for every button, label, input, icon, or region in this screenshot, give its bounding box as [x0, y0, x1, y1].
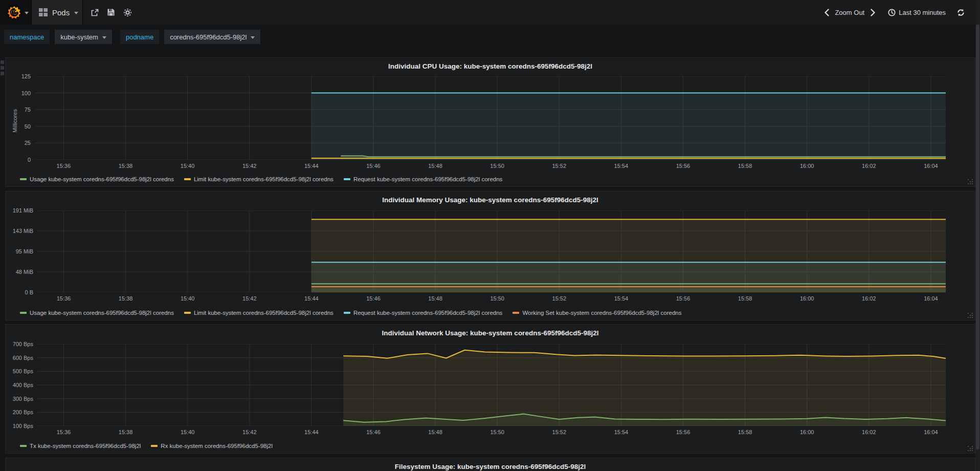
dashboard-settings-button[interactable]: [121, 0, 134, 25]
y-axis-tick: 191 MiB: [8, 207, 33, 213]
dashboard-picker[interactable]: Pods: [32, 0, 83, 25]
x-axis-tick: 15:52: [544, 163, 574, 169]
panel-resize-handle[interactable]: [968, 446, 973, 451]
refresh-icon: [957, 9, 965, 16]
legend-series-name: Usage kube-system coredns-695f96dcd5-98j…: [30, 310, 174, 316]
y-axis-tick: 200 Bps: [8, 409, 33, 415]
gear-icon: [123, 8, 132, 17]
panel-memory-usage: Individual Memory Usage: kube-system cor…: [5, 191, 975, 320]
time-range-picker[interactable]: Last 30 minutes: [888, 9, 946, 16]
podname-variable-value: coredns-695f96dcd5-98j2l: [170, 33, 247, 41]
x-axis-tick: 16:04: [916, 295, 946, 302]
legend-series-name: Tx kube-system coredns-695f96dcd5-98j2l: [30, 443, 141, 449]
time-shift-back-button[interactable]: [821, 5, 832, 20]
legend-item[interactable]: Limit kube-system coredns-695f96dcd5-98j…: [184, 310, 333, 316]
legend-series-swatch: [20, 312, 27, 314]
clock-icon: [888, 9, 896, 16]
refresh-dashboard-button[interactable]: [957, 9, 965, 16]
x-axis-tick: 15:36: [48, 295, 79, 302]
x-axis-tick: 15:52: [544, 295, 574, 302]
panel-drag-handle[interactable]: [1, 60, 5, 77]
legend-item[interactable]: Usage kube-system coredns-695f96dcd5-98j…: [20, 176, 174, 182]
x-axis-tick: 15:48: [420, 295, 451, 302]
x-axis-tick: 15:54: [606, 163, 636, 169]
panel-resize-handle[interactable]: [968, 313, 973, 318]
x-axis-tick: 15:36: [48, 163, 79, 169]
x-axis-tick: 15:40: [172, 295, 203, 302]
x-axis-tick: 15:40: [172, 429, 203, 435]
y-axis-tick: 25: [8, 140, 31, 146]
x-axis-tick: 15:38: [110, 429, 141, 435]
y-axis-tick: 143 MiB: [8, 228, 33, 234]
namespace-variable-dropdown[interactable]: kube-system: [55, 30, 112, 44]
y-axis-tick: 600 Bps: [8, 355, 33, 361]
legend-series-name: Request kube-system coredns-695f96dcd5-9…: [353, 176, 503, 182]
time-shift-forward-button[interactable]: [867, 5, 878, 20]
legend-item[interactable]: Rx kube-system coredns-695f96dcd5-98j2l: [151, 443, 273, 449]
x-axis-tick: 15:50: [482, 429, 513, 435]
panel-title[interactable]: Individual Memory Usage: kube-system cor…: [6, 196, 975, 204]
x-axis-tick: 15:44: [296, 163, 327, 169]
legend-item[interactable]: Working Set kube-system coredns-695f96dc…: [513, 310, 681, 316]
x-axis-tick: 15:50: [482, 163, 513, 169]
legend-item[interactable]: Limit kube-system coredns-695f96dcd5-98j…: [184, 176, 333, 182]
legend-series-swatch: [20, 178, 27, 180]
x-axis-tick: 15:46: [358, 429, 389, 435]
navbar-actions: [85, 0, 134, 25]
legend-item[interactable]: Request kube-system coredns-695f96dcd5-9…: [344, 176, 503, 182]
x-axis-tick: 16:00: [792, 429, 822, 435]
save-icon: [107, 8, 115, 16]
legend-item[interactable]: Tx kube-system coredns-695f96dcd5-98j2l: [20, 443, 141, 449]
x-axis-tick: 15:44: [296, 295, 327, 302]
x-axis-tick: 15:50: [482, 295, 513, 302]
share-dashboard-button[interactable]: [88, 0, 101, 25]
share-icon: [91, 8, 99, 17]
save-dashboard-button[interactable]: [104, 0, 118, 25]
grafana-logo-icon: [6, 4, 23, 21]
x-axis-tick: 16:00: [792, 295, 822, 302]
y-axis-tick: 100: [8, 90, 31, 96]
panel-title[interactable]: Individual Network Usage: kube-system co…: [6, 329, 975, 337]
legend-item[interactable]: Usage kube-system coredns-695f96dcd5-98j…: [20, 310, 174, 316]
y-axis-tick: 125: [8, 73, 31, 79]
y-axis-tick: 0 B: [8, 289, 33, 295]
legend-series-name: Working Set kube-system coredns-695f96dc…: [522, 310, 681, 316]
memory-chart[interactable]: [37, 210, 946, 292]
cpu-chart[interactable]: [35, 76, 946, 160]
legend-series-swatch: [20, 445, 27, 447]
legend-series-swatch: [344, 312, 350, 314]
x-axis-tick: 15:54: [606, 295, 636, 302]
y-axis-tick: 400 Bps: [8, 382, 33, 388]
legend-item[interactable]: Request kube-system coredns-695f96dcd5-9…: [344, 310, 503, 316]
legend-series-swatch: [184, 178, 191, 180]
zoom-out-button[interactable]: Zoom Out: [835, 9, 864, 16]
chevron-left-icon: [824, 9, 830, 16]
x-axis-tick: 16:04: [916, 429, 946, 435]
x-axis-tick: 15:46: [358, 295, 389, 302]
legend-series-swatch: [151, 445, 158, 447]
x-axis-tick: 15:48: [420, 163, 451, 169]
y-axis-tick: 700 Bps: [8, 341, 33, 347]
x-axis-tick: 15:42: [234, 163, 265, 169]
x-axis-tick: 15:38: [110, 295, 141, 302]
x-axis-tick: 15:56: [668, 295, 699, 302]
legend-series-name: Limit kube-system coredns-695f96dcd5-98j…: [194, 176, 333, 182]
scrollbar-thumb[interactable]: [976, 25, 979, 449]
namespace-variable-label: namespace: [4, 30, 50, 44]
x-axis-tick: 15:56: [668, 429, 699, 435]
y-axis-tick: 50: [8, 123, 31, 130]
panel-title[interactable]: Filesystem Usage: kube-system coredns-69…: [6, 463, 975, 470]
panel-resize-handle[interactable]: [968, 179, 973, 184]
podname-variable-dropdown[interactable]: coredns-695f96dcd5-98j2l: [164, 30, 260, 44]
x-axis-tick: 15:48: [420, 429, 451, 435]
y-axis-tick: 75: [8, 106, 31, 113]
legend-series-swatch: [184, 312, 191, 314]
memory-legend: Usage kube-system coredns-695f96dcd5-98j…: [20, 310, 681, 316]
x-axis-tick: 16:00: [792, 163, 822, 169]
panel-title[interactable]: Individual CPU Usage: kube-system coredn…: [6, 62, 975, 70]
grafana-main-menu[interactable]: [0, 0, 32, 25]
variable-podname: podname coredns-695f96dcd5-98j2l: [120, 30, 261, 44]
namespace-variable-value: kube-system: [60, 33, 98, 41]
x-axis-tick: 15:36: [48, 429, 79, 435]
network-chart[interactable]: [37, 344, 946, 426]
